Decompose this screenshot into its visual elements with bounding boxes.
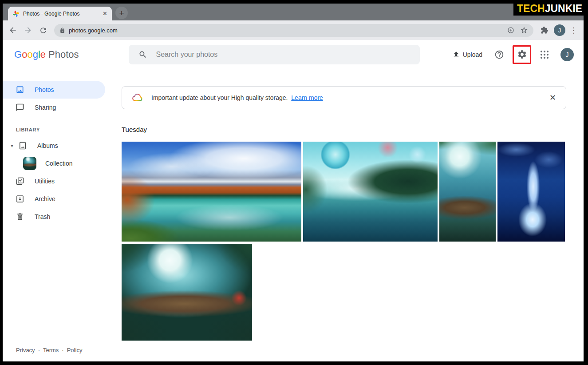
sidebar-item-label: Collection — [45, 160, 72, 167]
settings-highlight-box — [513, 45, 531, 64]
upload-icon — [452, 51, 460, 59]
photo-thumbnail-4[interactable] — [497, 142, 565, 242]
banner-message-text: Important update about your High quality… — [151, 94, 288, 101]
extension-puzzle-icon[interactable] — [538, 24, 551, 37]
logo-letter: g — [33, 49, 38, 60]
archive-icon — [15, 194, 25, 204]
sidebar-item-photos[interactable]: Photos — [3, 81, 105, 99]
bookmark-star-icon[interactable] — [519, 25, 529, 35]
sidebar-item-label: Archive — [35, 195, 55, 202]
sharing-bubble-icon — [15, 103, 25, 112]
terms-link[interactable]: Terms — [43, 347, 59, 353]
learn-more-link[interactable]: Learn more — [291, 94, 323, 101]
trash-icon — [15, 212, 25, 222]
techjunkie-logo-right: JUNKIE — [545, 3, 582, 14]
account-avatar[interactable]: J — [560, 48, 574, 61]
browser-profile-avatar[interactable]: J — [554, 24, 565, 36]
sidebar-item-utilities[interactable]: Utilities — [3, 172, 105, 190]
photo-thumbnail-1[interactable] — [122, 142, 301, 242]
search-icon — [138, 50, 147, 59]
banner-close-icon[interactable]: ✕ — [548, 91, 558, 104]
utilities-icon — [15, 176, 25, 186]
tab-strip: Photos - Google Photos ✕ + — [3, 4, 584, 20]
footer-links: Privacy · Terms · Policy — [16, 347, 82, 353]
main-content: Important update about your High quality… — [122, 70, 566, 361]
search-input[interactable]: Search your photos — [129, 45, 420, 64]
collection-album-thumbnail — [23, 157, 36, 170]
banner-message: Important update about your High quality… — [151, 94, 323, 101]
settings-gear-button[interactable] — [514, 47, 529, 62]
sidebar: Photos Sharing LIBRARY ▾ Albums — [3, 70, 116, 361]
back-button[interactable] — [6, 24, 20, 37]
albums-expand-caret-icon[interactable]: ▾ — [6, 143, 18, 149]
logo-letter: o — [22, 49, 27, 60]
tab-close-icon[interactable]: ✕ — [102, 10, 108, 17]
app-header: G o o g l e Photos Search your photos — [3, 40, 584, 69]
date-group-header: Tuesday — [122, 126, 566, 133]
google-photos-page: G o o g l e Photos Search your photos — [3, 40, 584, 361]
logo-product-name: Photos — [48, 49, 79, 60]
library-section-label: LIBRARY — [3, 123, 116, 137]
logo-letter: e — [40, 49, 46, 60]
photo-row — [122, 244, 566, 341]
refresh-button[interactable] — [36, 24, 50, 37]
new-tab-button[interactable]: + — [115, 7, 128, 19]
albums-icon — [18, 141, 28, 151]
sidebar-item-label: Sharing — [35, 104, 56, 111]
zoom-page-icon[interactable] — [506, 25, 516, 35]
upload-label: Upload — [463, 51, 482, 58]
sidebar-item-archive[interactable]: Archive — [3, 190, 105, 208]
logo-letter: G — [14, 49, 22, 60]
photos-icon — [15, 85, 25, 95]
techjunkie-logo-left: TECH — [517, 3, 545, 14]
screenshot-frame: TECHJUNKIE Photos - Google Photos ✕ + — [0, 0, 588, 365]
sidebar-item-albums[interactable]: ▾ Albums — [3, 137, 105, 155]
upload-button[interactable]: Upload — [449, 48, 486, 61]
browser-menu-icon[interactable]: ⋮ — [568, 26, 579, 35]
url-text: photos.google.com — [69, 27, 502, 34]
lock-icon — [59, 28, 65, 33]
browser-toolbar: photos.google.com J ⋮ — [3, 20, 584, 40]
storage-update-banner: Important update about your High quality… — [122, 86, 566, 109]
photo-thumbnail-3[interactable] — [439, 142, 496, 242]
photo-thumbnail-2[interactable] — [303, 142, 438, 242]
techjunkie-logo: TECHJUNKIE — [513, 2, 585, 16]
help-button[interactable] — [490, 46, 508, 63]
sidebar-item-label: Albums — [37, 142, 58, 149]
photo-row — [122, 142, 566, 242]
search-placeholder: Search your photos — [156, 51, 218, 59]
sidebar-item-label: Utilities — [35, 178, 55, 185]
policy-link[interactable]: Policy — [67, 347, 83, 353]
footer-separator: · — [38, 347, 40, 353]
privacy-link[interactable]: Privacy — [16, 347, 35, 353]
sidebar-item-label: Photos — [35, 86, 54, 93]
google-one-cloud-icon — [132, 92, 143, 103]
apps-grid-icon — [541, 51, 549, 59]
tab-title: Photos - Google Photos — [23, 11, 98, 17]
logo-letter: o — [27, 49, 32, 60]
sidebar-item-collection[interactable]: Collection — [3, 155, 116, 172]
sidebar-item-sharing[interactable]: Sharing — [3, 99, 105, 116]
header-actions: Upload J — [449, 45, 574, 64]
google-photos-logo[interactable]: G o o g l e Photos — [14, 49, 79, 60]
forward-button[interactable] — [21, 24, 35, 37]
address-bar[interactable]: photos.google.com — [54, 24, 533, 37]
footer-separator: · — [62, 347, 63, 353]
browser-window: Photos - Google Photos ✕ + photos.google… — [3, 4, 584, 361]
sidebar-item-trash[interactable]: Trash — [3, 208, 105, 226]
google-photos-favicon-icon — [12, 10, 20, 17]
sidebar-item-label: Trash — [35, 213, 50, 220]
photo-thumbnail-5[interactable] — [122, 244, 252, 341]
browser-tab[interactable]: Photos - Google Photos ✕ — [8, 7, 112, 20]
google-apps-grid-button[interactable] — [536, 46, 553, 63]
